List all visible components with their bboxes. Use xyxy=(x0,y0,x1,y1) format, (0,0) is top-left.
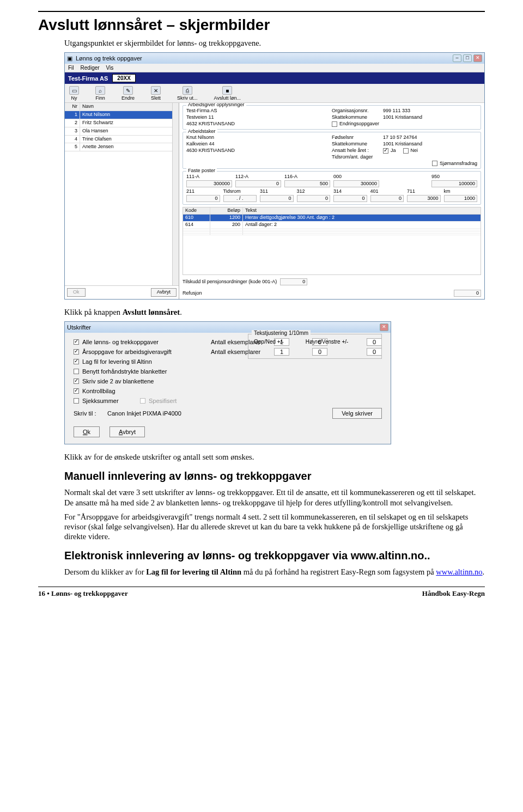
employee-list: Nr Navn 1Knut Nilsonn 2Fritz Schwartz 3O… xyxy=(65,103,179,299)
employee-addr: Kalkveien 44 xyxy=(186,142,332,147)
screenshot-utskrifter-window: Utskrifter ✕ Tekstjustering 1/10mm Opp/N… xyxy=(64,321,391,444)
footer-left: 16 • Lønns- og trekkoppgaver xyxy=(38,589,128,598)
fodselsnr-value: 17 10 57 24764 xyxy=(383,135,417,141)
nei-checkbox[interactable] xyxy=(403,148,409,154)
tool-skriv[interactable]: ⎙Skriv ut... xyxy=(177,86,198,101)
ok-button[interactable]: Ok xyxy=(67,288,86,297)
group-arbeidsgiver: Arbeidsgiver opplysninger Test-Firma AS … xyxy=(183,105,481,130)
chk-altinn[interactable] xyxy=(74,359,79,364)
footer-right: Håndbok Easy-Regn xyxy=(422,589,485,598)
chk-sjekksummer[interactable] xyxy=(74,398,79,404)
sjomannsfradrag-checkbox[interactable] xyxy=(432,161,437,166)
faste-input[interactable]: 0 xyxy=(235,180,281,187)
group-faste-poster: Faste poster 111-A300000 112-A0 116-A500… xyxy=(183,171,481,205)
maximize-icon[interactable]: □ xyxy=(463,54,472,62)
year-badge: 20XX xyxy=(112,74,135,82)
close-icon[interactable]: ✕ xyxy=(380,323,388,331)
toolbar: ▭Ny ⌕Finn ✎Endre ✕Slett ⎙Skriv ut... ■Av… xyxy=(65,84,484,103)
tilskudd-label: Tilskudd til pensjonsordninger (kode 001… xyxy=(183,279,277,285)
menu-vis[interactable]: Vis xyxy=(106,65,114,71)
ja-checkbox[interactable] xyxy=(383,148,388,154)
group-tekstjustering: Tekstjustering 1/10mm Opp/Ned +/- Høyre/… xyxy=(248,334,382,359)
chk-forhandstrykte[interactable] xyxy=(74,369,79,374)
screenshot-lonn-trekk-window: ▣ Lønns og trekk oppgaver – □ ✕ Fil Redi… xyxy=(64,52,485,300)
chk-kontrollbilag[interactable] xyxy=(74,388,79,394)
skattekommune-value: 1001 Kristiansand xyxy=(383,115,422,120)
tilskudd-input[interactable]: 0 xyxy=(280,278,307,285)
table-row[interactable]: 6101200Herav diettgodtgjørelse 300 Ant. … xyxy=(183,215,481,222)
tool-slett[interactable]: ✕Slett xyxy=(151,86,161,101)
delete-icon: ✕ xyxy=(151,86,161,95)
employer-post: 4632 KRISTIANSAND xyxy=(186,121,332,127)
faste-input[interactable]: . / . xyxy=(223,195,257,202)
stop-icon: ■ xyxy=(222,86,232,95)
chk-alle-lonn[interactable] xyxy=(74,339,79,345)
chk-spesifisert xyxy=(140,398,145,404)
group-arbeidstaker: Arbeidstaker Knut Nilsonn Kalkveien 44 4… xyxy=(183,132,481,169)
menu-fil[interactable]: Fil xyxy=(68,65,74,71)
table-row[interactable]: 614200Antall dager: 2 xyxy=(183,222,481,229)
faste-input[interactable]: 300000 xyxy=(333,180,379,187)
faste-input[interactable]: 300000 xyxy=(186,180,232,187)
print-icon: ⎙ xyxy=(183,86,192,95)
tool-ny[interactable]: ▭Ny xyxy=(69,86,79,101)
heading-elektronisk: Elektronisk innlevering av lønns- og tre… xyxy=(64,549,485,563)
list-row[interactable]: 1Knut Nilsonn xyxy=(65,111,172,119)
page-title: Avslutt lønnsåret – skjermbilder xyxy=(38,16,485,34)
page-footer: 16 • Lønns- og trekkoppgaver Håndbok Eas… xyxy=(38,587,485,598)
kode-table: Kode Beløp Tekst 6101200Herav diettgodtg… xyxy=(183,207,481,275)
document-icon: ▭ xyxy=(69,86,79,95)
velg-skriver-button[interactable]: Velg skriver xyxy=(332,408,382,419)
minimize-icon[interactable]: – xyxy=(453,54,461,62)
faste-input[interactable]: 1000 xyxy=(444,195,478,202)
faste-input[interactable]: 0 xyxy=(186,195,220,202)
tool-avslutt[interactable]: ■Avslutt løn... xyxy=(214,86,241,101)
endringsoppgaver-checkbox[interactable] xyxy=(332,121,337,127)
heading-manuell: Manuell innlevering av lønns- og trekkop… xyxy=(64,469,485,483)
menu-rediger[interactable]: Rediger xyxy=(81,65,100,71)
employer-name: Test-Firma AS xyxy=(186,108,332,114)
refusjon-input[interactable]: 0 xyxy=(454,290,481,297)
employee-name: Knut Nilsonn xyxy=(186,135,332,141)
faste-input[interactable]: 0 xyxy=(333,195,367,202)
faste-input[interactable]: 0 xyxy=(370,195,404,202)
intro-text: Utgangspunktet er skjermbildet for lønns… xyxy=(64,38,485,48)
skriv-til-label: Skriv til : xyxy=(74,410,102,417)
tool-finn[interactable]: ⌕Finn xyxy=(95,86,105,101)
faste-input[interactable]: 0 xyxy=(260,195,294,202)
window-title: Lønns og trekk oppgaver xyxy=(76,55,142,62)
list-row[interactable]: 5Anette Jensen xyxy=(65,143,172,151)
employee-post: 4630 KRISTIANSAND xyxy=(186,148,332,154)
ok-button[interactable]: Ok xyxy=(74,426,100,437)
window-titlebar: Utskrifter ✕ xyxy=(65,322,391,333)
faste-input[interactable]: 100000 xyxy=(431,180,477,187)
app-icon: ▣ xyxy=(67,55,72,62)
scrollbar[interactable] xyxy=(172,103,179,285)
printer-name: Canon Inkjet PIXMA iP4000 xyxy=(107,410,181,417)
list-row[interactable]: 2Fritz Schwartz xyxy=(65,119,172,127)
faste-input[interactable]: 3000 xyxy=(407,195,441,202)
para-elektronisk: Dersom du klikker av for Lag fil for lev… xyxy=(64,567,485,577)
para-manuell-2: For "Årsoppgave for arbeidsgiveravgift" … xyxy=(64,512,485,541)
faste-input[interactable]: 0 xyxy=(297,195,331,202)
list-row[interactable]: 4Trine Olafsen xyxy=(65,136,172,144)
window-titlebar: ▣ Lønns og trekk oppgaver – □ ✕ xyxy=(65,53,484,64)
chk-side2[interactable] xyxy=(74,378,79,384)
para-manuell-1: Normalt skal det være 3 sett utskrifter … xyxy=(64,487,485,507)
list-row[interactable]: 3Ola Hansen xyxy=(65,127,172,136)
tool-endre[interactable]: ✎Endre xyxy=(121,86,135,101)
window-title: Utskrifter xyxy=(67,324,91,331)
close-icon[interactable]: ✕ xyxy=(473,54,482,62)
list-header: Nr Navn xyxy=(65,103,172,111)
table-row[interactable] xyxy=(183,234,481,235)
refusjon-label: Refusjon xyxy=(183,291,202,296)
caption-2: Klikk av for de ønskede utskrifter og an… xyxy=(64,452,485,462)
altinn-link[interactable]: www.altinn.no xyxy=(436,567,482,576)
avbryt-button[interactable]: Avbryt xyxy=(110,426,145,437)
edit-icon: ✎ xyxy=(123,86,133,95)
avbryt-button[interactable]: Avbryt xyxy=(151,288,177,297)
menubar: Fil Rediger Vis xyxy=(65,64,484,72)
faste-input[interactable]: 500 xyxy=(284,180,330,187)
company-strip: Test-Firma AS 20XX xyxy=(65,72,484,84)
chk-arsoppgave[interactable] xyxy=(74,349,79,355)
